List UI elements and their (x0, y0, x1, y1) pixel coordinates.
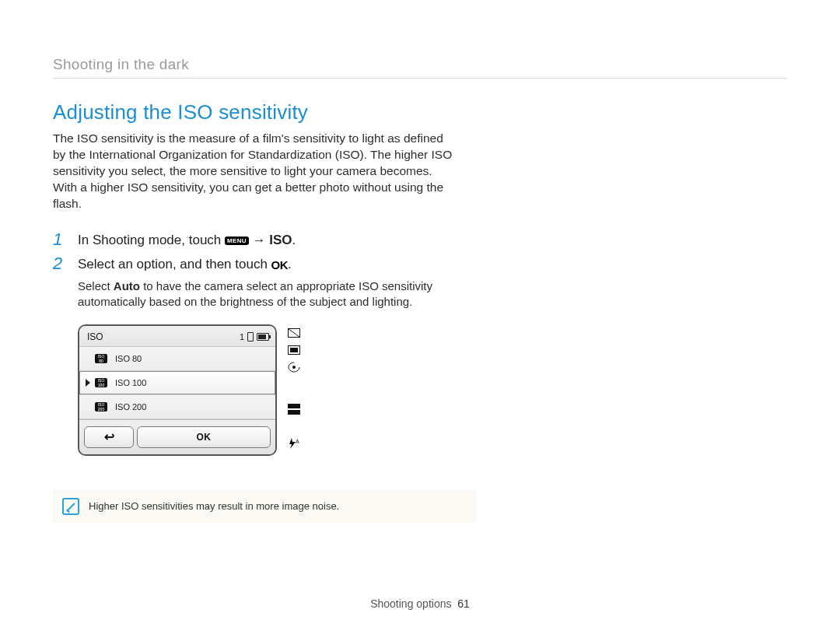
step-2-text: Select an option, and then touch OK. (78, 254, 292, 274)
step-1-text: In Shooting mode, touch MENU → ISO. (78, 229, 296, 250)
lcd-side-icons: A (277, 324, 319, 456)
subnote-a: Select (78, 279, 114, 292)
quality-icon (288, 342, 319, 359)
subnote-bold: Auto (114, 279, 140, 292)
svg-rect-3 (290, 348, 298, 352)
iso-chip-icon: ISO80 (95, 354, 107, 363)
page-footer: Shooting options 61 (0, 597, 840, 610)
note-text: Higher ISO sensitivities may result in m… (89, 500, 339, 512)
svg-rect-6 (288, 410, 300, 415)
iso-side-icon (288, 401, 319, 418)
step-1: 1 In Shooting mode, touch MENU → ISO. (53, 229, 457, 250)
lcd-footer: ↩ OK (79, 419, 275, 454)
lcd-row-iso-80[interactable]: ISO80ISO 80 (79, 347, 275, 371)
svg-line-1 (289, 328, 300, 337)
photo-size-icon (288, 324, 319, 342)
flash-auto-icon: A (288, 435, 319, 452)
lcd-shots-remaining: 1 (240, 332, 244, 342)
lcd-row-label: ISO 80 (115, 354, 142, 363)
page-heading: Adjusting the ISO sensitivity (53, 100, 457, 124)
stabilization-icon (288, 359, 319, 376)
lcd-row-iso-100[interactable]: ISO100ISO 100 (79, 371, 275, 395)
footer-page-number: 61 (457, 597, 470, 610)
step-2-subnote: Select Auto to have the camera select an… (78, 278, 457, 310)
info-note: Higher ISO sensitivities may result in m… (53, 490, 476, 523)
svg-point-4 (292, 366, 296, 369)
iso-chip-icon: ISO100 (95, 378, 107, 387)
lcd-back-button[interactable]: ↩ (84, 426, 134, 448)
svg-rect-5 (288, 404, 300, 408)
step-2-prefix: Select an option, and then touch (78, 257, 271, 271)
battery-icon (257, 333, 269, 341)
lcd-row-iso-200[interactable]: ISO200ISO 200 (79, 395, 275, 419)
lcd-list: ISO80ISO 80ISO100ISO 100ISO200ISO 200 (79, 347, 275, 419)
lcd-title: ISO (87, 331, 103, 342)
lcd-ok-button[interactable]: OK (137, 426, 271, 448)
lcd-header: ISO 1 (79, 326, 275, 347)
camera-lcd: ISO 1 ISO80ISO 80ISO100ISO 100ISO200ISO … (78, 324, 277, 456)
memory-icon (247, 332, 254, 342)
arrow-icon: → (253, 233, 270, 247)
ok-icon: OK (271, 257, 289, 273)
breadcrumb: Shooting in the dark (53, 56, 787, 79)
step-2-number: 2 (53, 254, 78, 272)
footer-section: Shooting options (370, 597, 451, 610)
lcd-row-label: ISO 100 (115, 378, 146, 387)
intro-paragraph: The ISO sensitivity is the measure of a … (53, 131, 457, 212)
selection-triangle-icon (86, 379, 90, 387)
step-1-number: 1 (53, 229, 78, 248)
note-icon (62, 498, 79, 515)
lcd-row-label: ISO 200 (115, 402, 146, 412)
camera-lcd-figure: ISO 1 ISO80ISO 80ISO100ISO 100ISO200ISO … (78, 324, 457, 456)
iso-chip-icon: ISO200 (95, 402, 107, 412)
step-2-suffix: . (288, 257, 292, 271)
lcd-status: 1 (240, 332, 269, 342)
step-2: 2 Select an option, and then touch OK. (53, 254, 457, 274)
menu-icon: MENU (225, 236, 249, 245)
back-icon: ↩ (104, 429, 114, 444)
svg-text:A: A (296, 439, 299, 444)
step-1-iso: ISO (269, 233, 292, 247)
step-1-prefix: In Shooting mode, touch (78, 233, 225, 247)
